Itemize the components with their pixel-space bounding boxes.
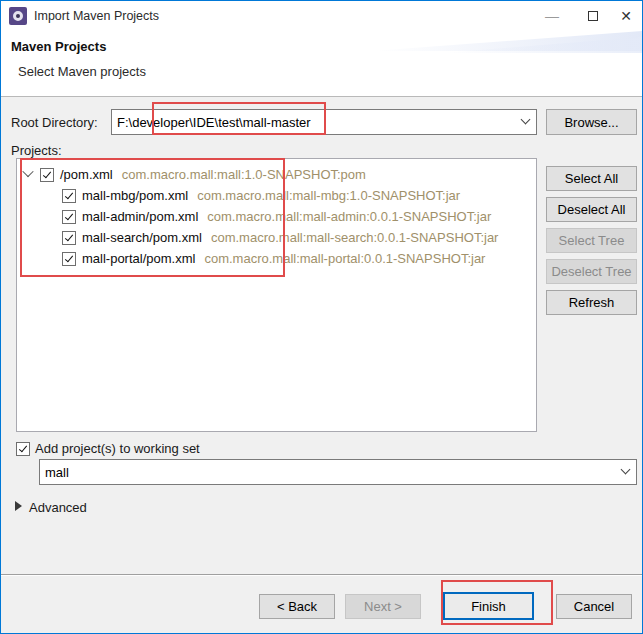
chevron-down-icon[interactable] <box>621 465 631 475</box>
projects-label: Projects: <box>11 143 62 158</box>
checkbox-checked-icon[interactable] <box>62 252 76 266</box>
maximize-button[interactable] <box>576 1 610 31</box>
import-maven-projects-dialog: Import Maven Projects — ✕ Maven Projects… <box>0 0 643 634</box>
banner-swoosh-graphic-2 <box>442 37 642 53</box>
root-directory-combo[interactable]: F:\developer\IDE\test\mall-master <box>111 109 537 135</box>
title-bar[interactable]: Import Maven Projects — ✕ <box>1 1 642 31</box>
tree-item-mall-search[interactable]: mall-search/pom.xml com.macro.mall:mall-… <box>17 227 536 248</box>
tree-item-mall-portal[interactable]: mall-portal/pom.xml com.macro.mall:mall-… <box>17 248 536 269</box>
select-tree-button[interactable]: Select Tree <box>546 228 637 253</box>
advanced-section-toggle[interactable]: Advanced <box>29 500 87 515</box>
tree-item-artifact: com.macro.mall:mall-portal:0.0.1-SNAPSHO… <box>204 251 485 266</box>
checkbox-checked-icon[interactable] <box>62 189 76 203</box>
checkbox-checked-icon[interactable] <box>62 231 76 245</box>
working-set-combo[interactable]: mall <box>39 459 637 485</box>
checkbox-checked-icon[interactable] <box>40 168 54 182</box>
maximize-icon <box>588 11 598 21</box>
cancel-button[interactable]: Cancel <box>556 594 632 619</box>
page-title: Maven Projects <box>11 39 106 54</box>
browse-button[interactable]: Browse... <box>546 109 637 135</box>
tree-item-artifact: com.macro.mall:mall:1.0-SNAPSHOT:pom <box>122 167 366 182</box>
chevron-expanded-icon[interactable] <box>22 165 33 176</box>
working-set-checkbox[interactable]: Add project(s) to working set <box>16 441 200 456</box>
tree-item-mall-admin[interactable]: mall-admin/pom.xml com.macro.mall:mall-a… <box>17 206 536 227</box>
tree-item-name: mall-portal/pom.xml <box>82 251 195 266</box>
tree-item-mall-mbg[interactable]: mall-mbg/pom.xml com.macro.mall:mall-mbg… <box>17 185 536 206</box>
back-button[interactable]: < Back <box>259 594 335 619</box>
import-wizard-icon <box>9 7 27 25</box>
finish-button[interactable]: Finish <box>443 592 534 620</box>
tree-item-artifact: com.macro.mall:mall-search:0.0.1-SNAPSHO… <box>211 230 499 245</box>
next-button[interactable]: Next > <box>345 594 421 619</box>
minimize-button[interactable]: — <box>535 1 569 31</box>
tree-item-artifact: com.macro.mall:mall-mbg:1.0-SNAPSHOT:jar <box>197 188 460 203</box>
root-directory-value: F:\developer\IDE\test\mall-master <box>117 115 311 130</box>
working-set-value: mall <box>45 465 69 480</box>
tree-item-root-pom[interactable]: /pom.xml com.macro.mall:mall:1.0-SNAPSHO… <box>17 164 536 185</box>
tree-item-name: /pom.xml <box>60 167 113 182</box>
checkbox-checked-icon[interactable] <box>16 442 30 456</box>
page-subtitle: Select Maven projects <box>18 64 146 79</box>
tree-item-artifact: com.macro.mall:mall-admin:0.0.1-SNAPSHOT… <box>207 209 491 224</box>
checkbox-checked-icon[interactable] <box>62 210 76 224</box>
banner-swoosh-graphic <box>372 31 642 51</box>
tree-item-name: mall-mbg/pom.xml <box>82 188 188 203</box>
deselect-tree-button[interactable]: Deselect Tree <box>546 259 637 284</box>
triangle-collapsed-icon[interactable] <box>15 501 22 511</box>
chevron-down-icon[interactable] <box>521 115 531 125</box>
working-set-label: Add project(s) to working set <box>35 441 200 456</box>
tree-item-name: mall-admin/pom.xml <box>82 209 198 224</box>
close-button[interactable]: ✕ <box>609 1 643 31</box>
window-title: Import Maven Projects <box>34 1 159 31</box>
deselect-all-button[interactable]: Deselect All <box>546 197 637 222</box>
root-directory-label: Root Directory: <box>11 115 98 130</box>
tree-item-name: mall-search/pom.xml <box>82 230 202 245</box>
select-all-button[interactable]: Select All <box>546 166 637 191</box>
projects-tree[interactable]: /pom.xml com.macro.mall:mall:1.0-SNAPSHO… <box>16 158 537 432</box>
refresh-button[interactable]: Refresh <box>546 290 637 315</box>
wizard-banner: Maven Projects Select Maven projects <box>1 31 642 97</box>
